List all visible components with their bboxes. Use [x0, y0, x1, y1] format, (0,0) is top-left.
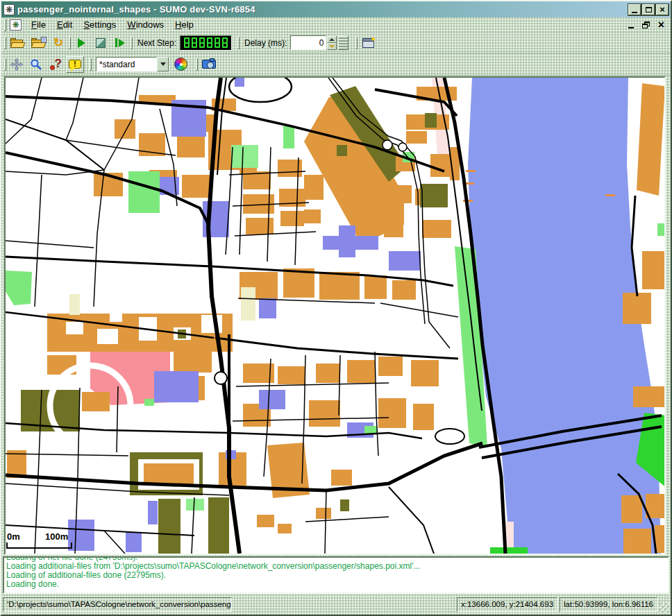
menu-windows[interactable]: Windows — [121, 18, 169, 31]
map-shape — [104, 531, 125, 554]
map-shape — [406, 131, 427, 144]
sumo-app-icon[interactable]: ❋ — [3, 4, 15, 15]
map-shape — [339, 225, 355, 257]
map-shape — [128, 171, 160, 213]
scale-label-zero: 0m — [7, 531, 20, 542]
main-toolbar: ↻ Next Step: Delay (ms): — [1, 33, 671, 53]
delay-dial[interactable] — [338, 35, 348, 50]
map-shape — [144, 399, 154, 406]
menu-file[interactable]: File — [26, 18, 51, 31]
map-shape — [430, 154, 450, 177]
map-shape — [97, 329, 118, 344]
map-shape — [642, 251, 666, 289]
map-shape — [280, 211, 304, 226]
screenshot-button[interactable] — [199, 56, 219, 73]
view-scheme-value[interactable]: *standard — [96, 57, 157, 71]
map-shape — [384, 222, 403, 237]
maximize-button[interactable] — [642, 4, 655, 15]
map-shape — [278, 366, 305, 384]
log-line: Loading of additional-files done (22795m… — [6, 571, 668, 580]
map-shape — [392, 280, 416, 300]
toolbar-grip[interactable] — [196, 58, 198, 71]
map-shape — [605, 194, 615, 196]
view-scheme-combobox: *standard — [96, 57, 169, 71]
mdi-close-button[interactable]: × — [655, 19, 668, 31]
map-shape — [6, 271, 32, 305]
map-shape — [66, 78, 83, 140]
delay-up-button[interactable] — [327, 36, 337, 43]
resize-grip[interactable] — [660, 603, 669, 613]
toolbar-grip[interactable] — [4, 58, 6, 71]
message-log[interactable]: Loading of net-file done (24753ms). Load… — [3, 556, 669, 594]
map-shape — [384, 185, 412, 203]
edit-coloring-button[interactable] — [171, 56, 190, 73]
toolbar-grip[interactable] — [90, 58, 92, 71]
mdi-restore-icon — [642, 22, 650, 28]
toolbar-grip[interactable] — [4, 19, 6, 31]
delay-down-button[interactable] — [327, 43, 337, 50]
toolbar-grip[interactable] — [69, 37, 71, 49]
menu-bar: ❋ File Edit Settings Windows Help × — [1, 17, 671, 33]
map-shape — [257, 515, 274, 527]
stop-button[interactable] — [92, 35, 110, 51]
view-toolbar: ? ! *standard — [1, 53, 671, 76]
map-shape — [413, 404, 434, 430]
map-shape — [283, 126, 294, 148]
mdi-child-icon[interactable]: ❋ — [10, 19, 22, 31]
help-button[interactable]: ? — [47, 56, 65, 73]
map-shape — [309, 400, 340, 427]
lcd-digit — [184, 37, 190, 48]
chevron-down-icon — [160, 62, 166, 66]
map-shape — [621, 495, 642, 523]
view-scheme-dropdown-button[interactable] — [157, 57, 169, 71]
map-shape — [340, 499, 349, 511]
map-shape — [337, 145, 347, 156]
delay-input[interactable] — [290, 35, 326, 50]
map-shape — [208, 497, 229, 554]
recenter-view-button[interactable] — [8, 56, 26, 73]
toolbar-grip[interactable] — [131, 37, 133, 49]
menu-help[interactable]: Help — [169, 18, 199, 31]
menu-settings[interactable]: Settings — [78, 18, 121, 31]
camera-icon — [202, 60, 216, 69]
open-config-button[interactable] — [8, 35, 27, 51]
map-shape — [316, 363, 340, 383]
map-shape — [259, 390, 285, 409]
menu-edit[interactable]: Edit — [51, 18, 78, 31]
mdi-close-icon: × — [658, 20, 664, 30]
lcd-digit — [199, 37, 205, 48]
map-shape — [375, 352, 378, 456]
reload-button[interactable]: ↻ — [49, 35, 67, 51]
map-shape — [35, 175, 42, 307]
locate-button[interactable] — [27, 56, 45, 73]
log-line: Loading done. — [6, 580, 668, 589]
new-window-icon: ✦ — [362, 38, 374, 48]
map-shape — [69, 294, 80, 315]
map-shape — [420, 184, 448, 207]
close-button[interactable]: × — [656, 4, 669, 15]
color-wheel-icon — [174, 58, 187, 71]
minimize-button[interactable] — [628, 4, 641, 15]
show-messages-button[interactable]: ! — [66, 56, 84, 73]
map-shape — [378, 357, 403, 376]
mdi-minimize-button[interactable] — [624, 19, 637, 31]
run-button[interactable] — [72, 35, 90, 51]
step-button[interactable] — [111, 35, 129, 51]
lcd-digit — [192, 37, 197, 48]
next-step-label: Next Step: — [137, 38, 176, 48]
mdi-restore-button[interactable] — [639, 19, 653, 31]
map-shape — [236, 383, 389, 386]
map-shape — [82, 392, 110, 411]
toolbar-grip[interactable] — [4, 37, 6, 49]
map-shape — [389, 251, 421, 271]
open-network-button[interactable] — [28, 35, 48, 51]
new-view-button[interactable]: ✦ — [359, 35, 377, 51]
toolbar-grip[interactable] — [355, 37, 358, 49]
map-shape — [278, 524, 292, 533]
close-icon: × — [660, 6, 665, 13]
map-canvas[interactable]: 0m100m — [6, 78, 666, 554]
map-shape — [304, 175, 324, 200]
minimize-icon — [632, 12, 637, 13]
window-titlebar[interactable]: ❋ passenger_nointernal_shapes - SUMO dev… — [1, 1, 671, 17]
toolbar-grip[interactable] — [237, 37, 240, 49]
